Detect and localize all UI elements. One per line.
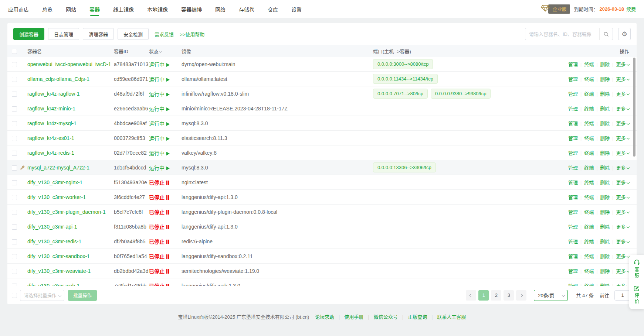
- goto-page-input[interactable]: [614, 290, 631, 301]
- row-checkbox[interactable]: [12, 151, 17, 156]
- terminal-link[interactable]: 终端: [584, 268, 594, 274]
- create-container-button[interactable]: 创建容器: [13, 28, 44, 40]
- delete-link[interactable]: 删除: [600, 165, 610, 171]
- more-link[interactable]: 更多: [616, 254, 629, 259]
- container-name-link[interactable]: dify_v130_c3mr-redis-1: [27, 239, 81, 244]
- manage-link[interactable]: 管理: [568, 91, 578, 97]
- next-page-button[interactable]: [516, 290, 526, 301]
- nav-tab-8[interactable]: 存储卷: [239, 0, 254, 17]
- manage-link[interactable]: 管理: [568, 195, 578, 200]
- nav-tab-5[interactable]: 本地镜像: [147, 0, 168, 17]
- bulk-action-button[interactable]: 批量操作: [68, 290, 97, 301]
- container-name-link[interactable]: dify_v130_c3mr-web-1: [27, 283, 80, 286]
- page-button-2[interactable]: 2: [491, 290, 501, 301]
- row-checkbox[interactable]: [12, 269, 17, 274]
- manage-link[interactable]: 管理: [568, 239, 578, 244]
- gear-icon[interactable]: ⚙: [618, 28, 631, 40]
- more-link[interactable]: 更多: [616, 91, 629, 97]
- bulk-select-all-checkbox[interactable]: [12, 293, 17, 298]
- delete-link[interactable]: 删除: [600, 136, 610, 141]
- terminal-link[interactable]: 终端: [584, 62, 594, 67]
- col-status[interactable]: 状态: [149, 48, 182, 55]
- delete-link[interactable]: 删除: [600, 76, 610, 82]
- terminal-link[interactable]: 终端: [584, 180, 594, 185]
- terminal-link[interactable]: 终端: [584, 91, 594, 97]
- container-name-link[interactable]: dify_v130_c3mr-sandbox-1: [27, 253, 90, 259]
- terminal-link[interactable]: 终端: [584, 239, 594, 244]
- row-checkbox[interactable]: [12, 121, 17, 126]
- more-link[interactable]: 更多: [616, 195, 629, 200]
- feedback-link[interactable]: 需求反馈: [155, 31, 174, 38]
- footer-link-1[interactable]: 使用手册: [344, 314, 363, 320]
- row-checkbox[interactable]: [12, 165, 17, 171]
- footer-link-0[interactable]: 论坛求助: [315, 314, 334, 320]
- delete-link[interactable]: 删除: [600, 283, 610, 286]
- row-checkbox[interactable]: [12, 92, 17, 97]
- more-link[interactable]: 更多: [616, 165, 629, 171]
- more-link[interactable]: 更多: [616, 121, 629, 126]
- row-checkbox[interactable]: [12, 77, 17, 82]
- more-link[interactable]: 更多: [616, 62, 629, 67]
- row-checkbox[interactable]: [12, 195, 17, 200]
- more-link[interactable]: 更多: [616, 180, 629, 185]
- row-checkbox[interactable]: [12, 62, 17, 67]
- container-name-link[interactable]: ragflow_kr4z-ragflow-1: [27, 91, 80, 97]
- more-link[interactable]: 更多: [616, 224, 629, 230]
- delete-link[interactable]: 删除: [600, 106, 610, 112]
- clean-container-button[interactable]: 清理容器: [83, 28, 114, 40]
- delete-link[interactable]: 删除: [600, 239, 610, 244]
- row-checkbox[interactable]: [12, 254, 17, 259]
- container-name-link[interactable]: dify_v130_c3mr-api-1: [27, 224, 77, 230]
- nav-tab-4[interactable]: 线上镜像: [113, 0, 134, 17]
- manage-link[interactable]: 管理: [568, 268, 578, 274]
- nav-tab-6[interactable]: 容器编排: [181, 0, 202, 17]
- manage-link[interactable]: 管理: [568, 136, 578, 141]
- delete-link[interactable]: 删除: [600, 224, 610, 230]
- search-icon[interactable]: [599, 28, 613, 40]
- terminal-link[interactable]: 终端: [584, 209, 594, 215]
- manage-link[interactable]: 管理: [568, 180, 578, 185]
- manage-link[interactable]: 管理: [568, 165, 578, 171]
- delete-link[interactable]: 删除: [600, 195, 610, 200]
- delete-link[interactable]: 删除: [600, 209, 610, 215]
- more-link[interactable]: 更多: [616, 150, 629, 156]
- manage-link[interactable]: 管理: [568, 224, 578, 230]
- container-name-link[interactable]: ragflow_kr4z-mysql-1: [27, 120, 77, 126]
- terminal-link[interactable]: 终端: [584, 165, 594, 171]
- nav-tab-10[interactable]: 设置: [291, 0, 302, 17]
- manage-link[interactable]: 管理: [568, 121, 578, 126]
- terminal-link[interactable]: 终端: [584, 106, 594, 112]
- container-name-link[interactable]: dify_v130_c3mr-nginx-1: [27, 179, 82, 185]
- help-link[interactable]: >>使用帮助: [180, 31, 204, 38]
- footer-link-2[interactable]: 微信公众号: [374, 314, 398, 320]
- row-checkbox[interactable]: [12, 239, 17, 244]
- row-checkbox[interactable]: [12, 136, 17, 141]
- nav-tab-3[interactable]: 容器: [89, 0, 100, 17]
- footer-link-4[interactable]: 联系人工客服: [437, 314, 466, 320]
- manage-link[interactable]: 管理: [568, 106, 578, 112]
- row-checkbox[interactable]: [12, 284, 17, 286]
- delete-link[interactable]: 删除: [600, 62, 610, 67]
- container-name-link[interactable]: ragflow_kr4z-es01-1: [27, 135, 74, 141]
- container-name-link[interactable]: ragflow_kr4z-minio-1: [27, 106, 75, 112]
- more-link[interactable]: 更多: [616, 106, 629, 112]
- container-name-link[interactable]: mysql_a7z2-mysql_A7z2-1: [27, 165, 89, 171]
- customer-service-button[interactable]: 客服: [633, 259, 640, 279]
- manage-link[interactable]: 管理: [568, 209, 578, 215]
- page-button-3[interactable]: 3: [504, 290, 514, 301]
- row-checkbox[interactable]: [12, 210, 17, 215]
- more-link[interactable]: 更多: [616, 239, 629, 244]
- container-name-link[interactable]: ollama_cdjs-ollama_Cdjs-1: [27, 76, 89, 82]
- delete-link[interactable]: 删除: [600, 268, 610, 274]
- nav-tab-2[interactable]: 网站: [66, 0, 76, 17]
- page-size-select[interactable]: 20条/页: [534, 290, 568, 301]
- security-check-button[interactable]: 安全检测: [118, 28, 149, 40]
- scrollbar-thumb[interactable]: [633, 58, 635, 157]
- row-checkbox[interactable]: [12, 106, 17, 112]
- delete-link[interactable]: 删除: [600, 91, 610, 97]
- terminal-link[interactable]: 终端: [584, 224, 594, 230]
- terminal-link[interactable]: 终端: [584, 121, 594, 126]
- page-button-1[interactable]: 1: [478, 290, 489, 301]
- terminal-link[interactable]: 终端: [584, 150, 594, 156]
- terminal-link[interactable]: 终端: [584, 76, 594, 82]
